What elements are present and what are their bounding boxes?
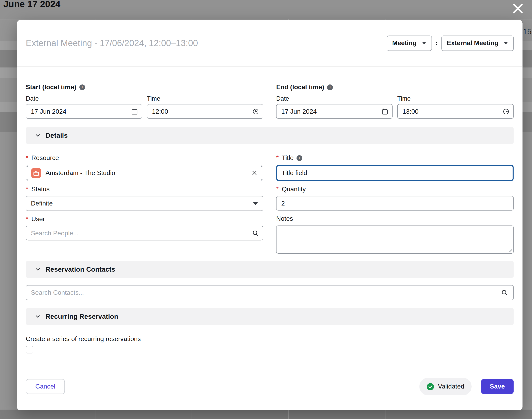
start-date-label: Date	[26, 95, 142, 101]
chevron-down-icon	[35, 132, 41, 139]
check-circle-icon	[426, 383, 434, 391]
times-section: Start (local time) i Date	[26, 83, 514, 119]
quantity-input[interactable]	[276, 196, 514, 211]
booking-subtype-value: External Meeting	[447, 39, 498, 47]
caret-down-icon	[422, 41, 426, 45]
recurring-section-title: Recurring Reservation	[45, 313, 118, 320]
start-date-cell: Date	[26, 95, 142, 119]
tv-icon	[31, 168, 41, 178]
resource-value: Amsterdam - The Studio	[45, 169, 247, 177]
search-icon[interactable]	[501, 289, 508, 296]
user-search-input[interactable]	[26, 226, 263, 240]
save-button[interactable]: Save	[481, 379, 514, 394]
details-left-column: * Resource Amsterdam - The Studio	[26, 154, 263, 254]
details-right-column: * Title i * Quantity Notes	[276, 154, 514, 254]
background-day-number: 15	[523, 27, 532, 36]
reservation-modal: External Meeting - 17/06/2024, 12:00–13:…	[17, 20, 523, 410]
status-field: * Status Definite	[26, 185, 263, 211]
end-date-label: Date	[276, 95, 393, 101]
required-marker: *	[26, 185, 28, 193]
info-icon[interactable]: i	[80, 84, 85, 90]
end-label: End (local time)	[276, 83, 324, 91]
validated-label: Validated	[438, 383, 464, 390]
end-time-cell: Time	[397, 95, 514, 119]
status-select[interactable]: Definite	[26, 196, 263, 211]
contacts-search-input[interactable]	[26, 285, 514, 300]
screen: June 17 2024 15 External Meeting - 17/06…	[0, 0, 532, 419]
calendar-icon[interactable]	[131, 108, 138, 115]
start-label-row: Start (local time) i	[26, 83, 263, 91]
required-marker: *	[26, 154, 28, 162]
notes-label-row: Notes	[276, 215, 514, 222]
recurring-checkbox[interactable]	[26, 346, 33, 353]
info-icon[interactable]: i	[297, 155, 302, 161]
start-time-label: Time	[147, 95, 263, 101]
close-icon[interactable]	[509, 0, 526, 16]
status-label-row: * Status	[26, 185, 263, 193]
background-date-title: June 17 2024	[3, 0, 60, 9]
quantity-field: * Quantity	[276, 185, 514, 210]
clock-icon[interactable]	[252, 108, 259, 115]
end-label-row: End (local time) i	[276, 83, 514, 91]
resource-field: * Resource Amsterdam - The Studio	[26, 154, 263, 181]
start-label: Start (local time)	[26, 83, 76, 91]
title-input[interactable]	[276, 165, 514, 181]
booking-subtype-dropdown[interactable]: External Meeting	[441, 36, 514, 51]
booking-type-value: Meeting	[392, 39, 416, 47]
end-time-label: Time	[397, 95, 514, 101]
end-date-cell: Date	[276, 95, 393, 119]
clock-icon[interactable]	[503, 108, 510, 115]
user-label: User	[31, 215, 45, 223]
status-label: Status	[31, 185, 50, 193]
recurring-checkbox-label: Create a series of recurring reservation…	[26, 335, 514, 343]
calendar-band	[0, 410, 532, 419]
end-date-input[interactable]	[276, 104, 393, 119]
booking-type-dropdown[interactable]: Meeting	[387, 36, 432, 51]
title-field: * Title i	[276, 154, 514, 181]
resource-label: Resource	[31, 154, 59, 162]
calendar-icon[interactable]	[381, 108, 389, 115]
start-time-cell: Time	[147, 95, 263, 119]
clear-resource-icon[interactable]	[251, 170, 258, 176]
close-icon-glyph	[511, 2, 525, 15]
resource-label-row: * Resource	[26, 154, 263, 162]
caret-down-icon	[253, 201, 258, 205]
quantity-label: Quantity	[282, 185, 306, 193]
recurring-section-header[interactable]: Recurring Reservation	[26, 308, 514, 325]
start-date-input[interactable]	[26, 104, 142, 119]
user-label-row: * User	[26, 215, 263, 223]
start-time-group: Start (local time) i Date	[26, 83, 263, 119]
caret-down-icon	[504, 41, 508, 45]
modal-header: External Meeting - 17/06/2024, 12:00–13:…	[17, 20, 523, 66]
quantity-label-row: * Quantity	[276, 185, 514, 193]
details-section-title: Details	[45, 131, 68, 139]
required-marker: *	[276, 185, 279, 193]
user-field: * User	[26, 215, 263, 240]
status-value: Definite	[31, 200, 53, 207]
notes-label: Notes	[276, 215, 293, 222]
details-section-header[interactable]: Details	[26, 127, 514, 144]
contacts-section-header[interactable]: Reservation Contacts	[26, 261, 514, 278]
contacts-search-row	[26, 285, 514, 300]
required-marker: *	[26, 215, 28, 223]
validated-badge: Validated	[419, 378, 471, 395]
search-icon[interactable]	[252, 229, 259, 237]
resource-picker[interactable]: Amsterdam - The Studio	[26, 165, 263, 181]
cancel-button[interactable]: Cancel	[26, 379, 65, 394]
end-time-input[interactable]	[397, 104, 514, 119]
reservation-title-display[interactable]: External Meeting - 17/06/2024, 12:00–13:…	[26, 38, 387, 48]
type-controls: Meeting : External Meeting	[387, 36, 514, 51]
info-icon[interactable]: i	[327, 84, 333, 90]
details-fields: * Resource Amsterdam - The Studio	[26, 154, 514, 254]
chevron-down-icon	[35, 266, 41, 273]
notes-textarea[interactable]	[276, 225, 514, 254]
title-label-row: * Title i	[276, 154, 514, 162]
contacts-section-title: Reservation Contacts	[45, 265, 115, 273]
start-time-input[interactable]	[147, 104, 263, 119]
end-time-group: End (local time) i Date	[276, 83, 514, 119]
title-label: Title	[282, 154, 294, 162]
type-separator: :	[436, 39, 438, 47]
modal-footer: Cancel Validated Save	[26, 364, 514, 409]
required-marker: *	[276, 154, 279, 162]
chevron-down-icon	[35, 313, 41, 320]
